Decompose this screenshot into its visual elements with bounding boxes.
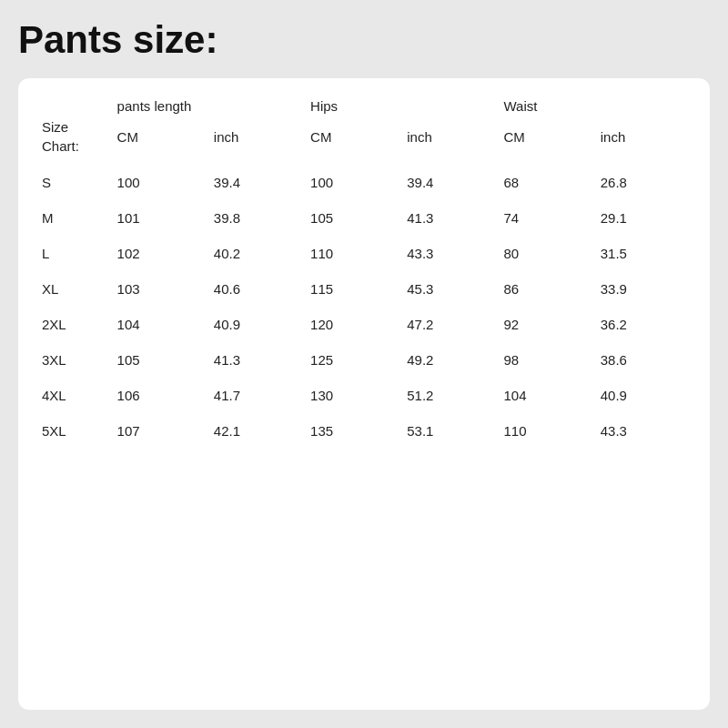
w-inch-cell: 36.2 bbox=[595, 307, 692, 342]
h-cm-cell: 135 bbox=[305, 413, 401, 449]
pl-inch-cell: 42.1 bbox=[208, 413, 305, 449]
w-inch-cell: 40.9 bbox=[595, 378, 692, 413]
table-row: 5XL10742.113553.111043.3 bbox=[36, 413, 692, 449]
w-cm-subheader: CM bbox=[498, 116, 594, 165]
pl-inch-subheader: inch bbox=[208, 116, 305, 165]
pl-inch-cell: 39.8 bbox=[208, 200, 305, 236]
waist-header: Waist bbox=[498, 95, 692, 116]
h-inch-cell: 49.2 bbox=[401, 342, 498, 378]
table-row: 2XL10440.912047.29236.2 bbox=[36, 307, 692, 342]
pl-inch-cell: 41.3 bbox=[208, 342, 305, 378]
h-inch-cell: 43.3 bbox=[401, 236, 498, 271]
table-row: XL10340.611545.38633.9 bbox=[36, 271, 692, 307]
size-chart-label: Size Chart: bbox=[36, 116, 112, 165]
pl-cm-cell: 101 bbox=[112, 200, 208, 236]
w-cm-cell: 92 bbox=[498, 307, 594, 342]
pl-cm-cell: 102 bbox=[112, 236, 208, 271]
h-inch-cell: 39.4 bbox=[401, 165, 498, 200]
h-inch-cell: 47.2 bbox=[401, 307, 498, 342]
w-inch-cell: 43.3 bbox=[595, 413, 692, 449]
column-sub-header-row: Size Chart: CM inch CM inch CM inch bbox=[36, 116, 692, 165]
hips-header: Hips bbox=[305, 95, 498, 116]
w-inch-cell: 33.9 bbox=[595, 271, 692, 307]
column-group-header-row: pants length Hips Waist bbox=[36, 95, 692, 116]
w-cm-cell: 68 bbox=[498, 165, 594, 200]
pl-cm-cell: 107 bbox=[112, 413, 208, 449]
h-cm-cell: 125 bbox=[305, 342, 401, 378]
w-cm-cell: 104 bbox=[498, 378, 594, 413]
h-inch-cell: 53.1 bbox=[401, 413, 498, 449]
w-inch-subheader: inch bbox=[595, 116, 692, 165]
w-inch-cell: 38.6 bbox=[595, 342, 692, 378]
pl-cm-cell: 104 bbox=[112, 307, 208, 342]
pl-cm-subheader: CM bbox=[112, 116, 208, 165]
table-row: 3XL10541.312549.29838.6 bbox=[36, 342, 692, 378]
table-container: pants length Hips Waist Size Chart: CM i… bbox=[18, 78, 710, 710]
w-cm-cell: 98 bbox=[498, 342, 594, 378]
w-cm-cell: 80 bbox=[498, 236, 594, 271]
size-cell: 2XL bbox=[36, 307, 112, 342]
size-cell: 3XL bbox=[36, 342, 112, 378]
size-table-body: S10039.410039.46826.8M10139.810541.37429… bbox=[36, 165, 692, 449]
w-cm-cell: 86 bbox=[498, 271, 594, 307]
h-inch-cell: 45.3 bbox=[401, 271, 498, 307]
pl-cm-cell: 106 bbox=[112, 378, 208, 413]
page-title: Pants size: bbox=[18, 18, 710, 62]
size-cell: M bbox=[36, 200, 112, 236]
size-cell: 5XL bbox=[36, 413, 112, 449]
w-inch-cell: 31.5 bbox=[595, 236, 692, 271]
size-table: pants length Hips Waist Size Chart: CM i… bbox=[36, 95, 692, 449]
w-cm-cell: 74 bbox=[498, 200, 594, 236]
pl-inch-cell: 40.2 bbox=[208, 236, 305, 271]
h-inch-cell: 51.2 bbox=[401, 378, 498, 413]
pl-cm-cell: 105 bbox=[112, 342, 208, 378]
size-col-empty bbox=[36, 95, 112, 116]
pl-inch-cell: 40.9 bbox=[208, 307, 305, 342]
h-cm-cell: 105 bbox=[305, 200, 401, 236]
table-row: S10039.410039.46826.8 bbox=[36, 165, 692, 200]
h-cm-cell: 100 bbox=[305, 165, 401, 200]
table-row: 4XL10641.713051.210440.9 bbox=[36, 378, 692, 413]
h-inch-subheader: inch bbox=[401, 116, 498, 165]
h-cm-subheader: CM bbox=[305, 116, 401, 165]
size-cell: 4XL bbox=[36, 378, 112, 413]
h-cm-cell: 115 bbox=[305, 271, 401, 307]
size-cell: L bbox=[36, 236, 112, 271]
pl-inch-cell: 39.4 bbox=[208, 165, 305, 200]
pl-cm-cell: 100 bbox=[112, 165, 208, 200]
pl-inch-cell: 40.6 bbox=[208, 271, 305, 307]
table-row: L10240.211043.38031.5 bbox=[36, 236, 692, 271]
w-inch-cell: 26.8 bbox=[595, 165, 692, 200]
h-cm-cell: 120 bbox=[305, 307, 401, 342]
h-cm-cell: 110 bbox=[305, 236, 401, 271]
pl-inch-cell: 41.7 bbox=[208, 378, 305, 413]
size-cell: XL bbox=[36, 271, 112, 307]
w-cm-cell: 110 bbox=[498, 413, 594, 449]
h-inch-cell: 41.3 bbox=[401, 200, 498, 236]
w-inch-cell: 29.1 bbox=[595, 200, 692, 236]
pants-length-header: pants length bbox=[112, 95, 305, 116]
h-cm-cell: 130 bbox=[305, 378, 401, 413]
size-cell: S bbox=[36, 165, 112, 200]
pl-cm-cell: 103 bbox=[112, 271, 208, 307]
table-row: M10139.810541.37429.1 bbox=[36, 200, 692, 236]
